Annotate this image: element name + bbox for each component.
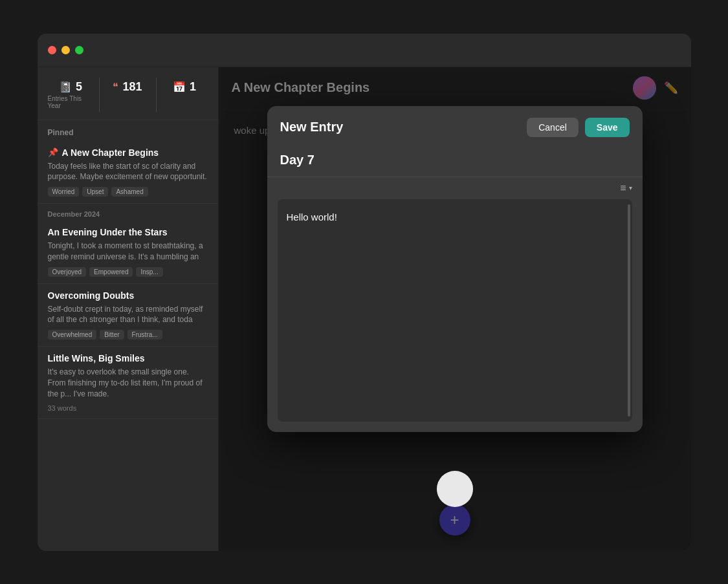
pinned-entry-preview-0: Today feels like the start of sc of clar… <box>48 161 208 183</box>
dialog-action-buttons: Cancel Save <box>527 118 629 137</box>
dialog-day: Day 7 <box>267 146 643 177</box>
chevron-down-icon: ▾ <box>629 184 632 191</box>
tag-overwhelmed: Overwhelmed <box>48 330 97 340</box>
entry-doubts-tags: Overwhelmed Bitter Frustra... <box>48 330 208 340</box>
traffic-lights <box>48 46 83 54</box>
white-circle <box>437 471 473 507</box>
modal-overlay: New Entry Cancel Save Day 7 ≡ ▾ <box>219 67 691 551</box>
entry-doubts[interactable]: Overcoming Doubts Self-doubt crept in to… <box>38 284 218 347</box>
app-window: 📓 5 Entries This Year ❝ 181 📅 <box>38 34 691 551</box>
entry-wins-title: Little Wins, Big Smiles <box>48 353 208 363</box>
dialog-header: New Entry Cancel Save <box>267 106 643 146</box>
entry-stars-tags: Overjoyed Empowered Insp... <box>48 267 208 277</box>
main-content: 📓 5 Entries This Year ❝ 181 📅 <box>38 67 691 551</box>
quotes-count: 181 <box>122 80 142 94</box>
save-button[interactable]: Save <box>585 118 630 137</box>
dialog-title: New Entry <box>280 120 344 135</box>
title-bar <box>38 34 691 67</box>
tag-empowered: Empowered <box>89 267 133 277</box>
entry-wins-wordcount: 33 words <box>48 404 208 412</box>
close-button[interactable] <box>48 46 56 54</box>
stat-calendar: 📅 1 <box>159 75 210 114</box>
pinned-entry-title-0: 📌 A New Chapter Begins <box>48 147 208 158</box>
entries-count: 5 <box>76 80 82 94</box>
stat-entries: 📓 5 Entries This Year <box>45 75 96 114</box>
stat-divider-1 <box>99 78 100 112</box>
entry-wins-preview: It's easy to overlook the small single o… <box>48 367 208 399</box>
tag-upset: Upset <box>82 187 108 197</box>
stat-quotes-top: ❝ 181 <box>113 80 142 94</box>
pinned-label: Pinned <box>38 120 218 141</box>
tag-overjoyed: Overjoyed <box>48 267 87 277</box>
stats-row: 📓 5 Entries This Year ❝ 181 📅 <box>38 67 218 120</box>
cancel-button[interactable]: Cancel <box>527 118 579 137</box>
dialog-textarea-wrapper: Hello world! <box>278 199 632 422</box>
stat-divider-2 <box>156 78 157 112</box>
calendar-count: 1 <box>190 80 196 94</box>
tag-bitter: Bitter <box>100 330 124 340</box>
entry-stars-title: An Evening Under the Stars <box>48 227 208 237</box>
sidebar: 📓 5 Entries This Year ❝ 181 📅 <box>38 67 219 551</box>
calendar-icon: 📅 <box>173 81 186 93</box>
entry-stars-preview: Tonight, I took a moment to st breathtak… <box>48 241 208 263</box>
entries-icon: 📓 <box>59 81 72 93</box>
stat-entries-top: 📓 5 <box>59 80 82 94</box>
right-panel: A New Chapter Begins ✏️ woke up with a s… <box>219 67 691 551</box>
entry-stars[interactable]: An Evening Under the Stars Tonight, I to… <box>38 221 218 284</box>
toolbar-list-icon[interactable]: ≡ ▾ <box>620 182 632 194</box>
pinned-entry-tags-0: Worried Upset Ashamed <box>48 187 208 197</box>
stat-quotes: ❝ 181 <box>102 75 153 114</box>
stat-calendar-top: 📅 1 <box>173 80 196 94</box>
pinned-entry-0[interactable]: 📌 A New Chapter Begins Today feels like … <box>38 141 218 204</box>
entry-doubts-title: Overcoming Doubts <box>48 290 208 301</box>
entry-doubts-preview: Self-doubt crept in today, as reminded m… <box>48 304 208 326</box>
minimize-button[interactable] <box>61 46 70 54</box>
scrollbar <box>628 204 630 416</box>
new-entry-dialog: New Entry Cancel Save Day 7 ≡ ▾ <box>267 106 643 432</box>
maximize-button[interactable] <box>75 46 83 54</box>
entries-label: Entries This Year <box>48 95 94 109</box>
entry-textarea[interactable]: Hello world! <box>278 199 632 419</box>
quotes-icon: ❝ <box>113 81 118 93</box>
tag-frustrated: Frustra... <box>127 330 162 340</box>
month-label: December 2024 <box>38 204 218 221</box>
tag-inspired: Insp... <box>136 267 162 277</box>
list-icon: ≡ <box>620 182 626 194</box>
pin-icon: 📌 <box>48 147 58 157</box>
entry-wins[interactable]: Little Wins, Big Smiles It's easy to ove… <box>38 347 218 418</box>
tag-ashamed: Ashamed <box>111 187 148 197</box>
dialog-toolbar: ≡ ▾ <box>267 177 643 199</box>
tag-worried: Worried <box>48 187 80 197</box>
